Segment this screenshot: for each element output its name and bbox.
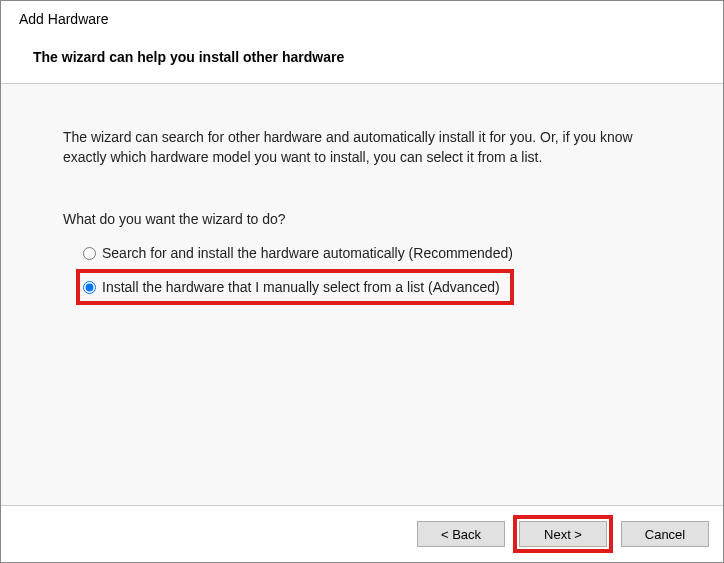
highlight-box-option: Install the hardware that I manually sel…	[76, 269, 514, 305]
wizard-footer: < Back Next > Cancel	[1, 506, 723, 562]
window-title: Add Hardware	[19, 11, 705, 27]
back-button[interactable]: < Back	[417, 521, 505, 547]
options-group: Search for and install the hardware auto…	[63, 241, 663, 305]
option-auto-search[interactable]: Search for and install the hardware auto…	[79, 241, 663, 265]
option-label: Install the hardware that I manually sel…	[102, 279, 500, 295]
option-manual-select[interactable]: Install the hardware that I manually sel…	[83, 279, 500, 295]
wizard-header: Add Hardware The wizard can help you ins…	[1, 1, 723, 84]
radio-auto-search[interactable]	[83, 247, 96, 260]
add-hardware-wizard: Add Hardware The wizard can help you ins…	[0, 0, 724, 563]
wizard-subtitle: The wizard can help you install other ha…	[33, 49, 705, 65]
option-label: Search for and install the hardware auto…	[102, 245, 513, 261]
wizard-content: The wizard can search for other hardware…	[1, 84, 723, 506]
wizard-prompt: What do you want the wizard to do?	[63, 211, 663, 227]
wizard-description: The wizard can search for other hardware…	[63, 128, 663, 167]
cancel-button[interactable]: Cancel	[621, 521, 709, 547]
radio-manual-select[interactable]	[83, 281, 96, 294]
highlight-box-next: Next >	[513, 515, 613, 553]
next-button[interactable]: Next >	[519, 521, 607, 547]
